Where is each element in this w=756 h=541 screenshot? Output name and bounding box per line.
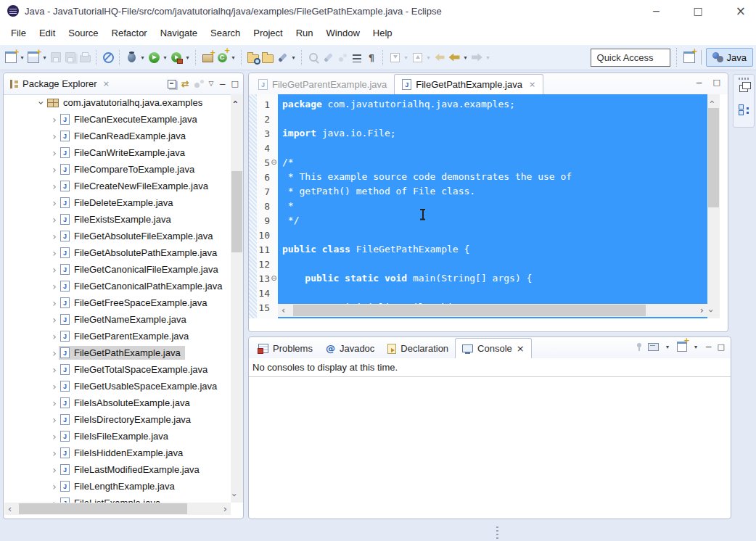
- search-button[interactable]: [306, 49, 321, 66]
- scroll-up-icon[interactable]: ›: [230, 100, 239, 104]
- close-icon[interactable]: ×: [517, 343, 525, 354]
- editor-tab-filegetpathexample[interactable]: FileGetPathExample.java ×: [394, 74, 543, 94]
- debug-button[interactable]: [124, 49, 139, 66]
- chevron-collapsed-icon[interactable]: ›: [50, 447, 59, 459]
- tree-item-file[interactable]: ›FileGetCanonicalPathExample.java: [4, 278, 232, 294]
- format-dropdown[interactable]: ▾: [289, 54, 297, 61]
- menu-project[interactable]: Project: [247, 22, 289, 45]
- back-dropdown[interactable]: ▾: [461, 54, 469, 61]
- format-button[interactable]: [275, 49, 289, 66]
- scrollbar-thumb[interactable]: [231, 171, 242, 252]
- chevron-collapsed-icon[interactable]: ›: [50, 497, 59, 503]
- run-dropdown[interactable]: ▾: [161, 54, 169, 61]
- tree-item-file[interactable]: ›FileGetTotalSpaceExample.java: [4, 361, 232, 378]
- previous-annotation-dropdown[interactable]: ▾: [424, 54, 432, 61]
- tree-item-package[interactable]: › com.javatutorialhq.java.examples: [4, 94, 232, 111]
- tree-item-file[interactable]: ›FileIsAbsoluteExample.java: [4, 395, 232, 411]
- tree-item-file[interactable]: ›FileGetUsableSpaceExample.java: [4, 378, 232, 395]
- chevron-collapsed-icon[interactable]: ›: [50, 347, 59, 359]
- chevron-collapsed-icon[interactable]: ›: [50, 364, 59, 376]
- drag-handle-icon[interactable]: [739, 78, 750, 80]
- open-console-button[interactable]: [677, 342, 687, 352]
- new-java-class-button[interactable]: [215, 49, 229, 66]
- tree-item-file[interactable]: ›FileIsDirectoryExample.java: [4, 411, 232, 428]
- next-annotation-dropdown[interactable]: ▾: [402, 54, 410, 61]
- chevron-collapsed-icon[interactable]: ›: [50, 264, 59, 276]
- new-class-dropdown[interactable]: ▾: [229, 54, 237, 61]
- tree-item-file[interactable]: ›FileIsFileExample.java: [4, 428, 232, 445]
- scroll-left-icon[interactable]: ‹: [282, 305, 285, 315]
- chevron-collapsed-icon[interactable]: ›: [50, 281, 59, 292]
- chevron-collapsed-icon[interactable]: ›: [50, 231, 59, 242]
- chevron-collapsed-icon[interactable]: ›: [50, 381, 59, 392]
- tree-item-file[interactable]: ›FileListExample.java: [4, 495, 232, 503]
- chevron-collapsed-icon[interactable]: ›: [50, 181, 59, 192]
- tree-item-file[interactable]: ›FileLengthExample.java: [4, 478, 232, 495]
- editor-tab-filegetparentexample[interactable]: FileGetParentExample.java: [251, 75, 394, 94]
- chevron-collapsed-icon[interactable]: ›: [50, 297, 59, 309]
- scrollbar-thumb[interactable]: [293, 305, 646, 316]
- toggle-block-selection-button[interactable]: [350, 49, 364, 66]
- coverage-dropdown[interactable]: ▾: [184, 54, 192, 61]
- window-close-button[interactable]: ×: [736, 0, 746, 22]
- menu-run[interactable]: Run: [289, 22, 320, 45]
- chevron-collapsed-icon[interactable]: ›: [50, 197, 59, 209]
- tree-item-file[interactable]: ›FileGetFreeSpaceExample.java: [4, 294, 232, 311]
- print-button[interactable]: [78, 49, 92, 66]
- tree-item-file[interactable]: ›FileCanExecuteExample.java: [4, 111, 232, 128]
- display-console-dropdown[interactable]: ▾: [664, 344, 672, 350]
- restore-view-button[interactable]: [739, 85, 748, 92]
- tree-item-file[interactable]: ›FileCompareToExample.java: [4, 161, 232, 178]
- chevron-collapsed-icon[interactable]: ›: [50, 397, 59, 409]
- tree-item-file[interactable]: ›FileGetNameExample.java: [4, 311, 232, 328]
- scroll-right-icon[interactable]: ›: [223, 504, 227, 513]
- maximize-view-button[interactable]: □: [713, 78, 720, 87]
- console-tab-javadoc[interactable]: @Javadoc: [319, 339, 381, 358]
- new-wizard-button[interactable]: [4, 49, 18, 66]
- pin-console-button[interactable]: [636, 343, 643, 351]
- menu-window[interactable]: Window: [320, 22, 366, 45]
- scrollbar-thumb[interactable]: [19, 503, 187, 514]
- console-tab-declaration[interactable]: Declaration: [381, 339, 455, 358]
- menu-search[interactable]: Search: [204, 22, 247, 45]
- code-lines[interactable]: package com.javatutorialhq.java.examples…: [278, 94, 707, 318]
- console-tab-problems[interactable]: Problems: [252, 339, 319, 358]
- open-console-dropdown[interactable]: ▾: [692, 344, 700, 350]
- last-edit-location-button[interactable]: [432, 49, 447, 66]
- tree-item-file[interactable]: ›FileGetCanonicalFileExample.java: [4, 261, 232, 278]
- tree-item-file[interactable]: ›FileLastModifiedExample.java: [4, 461, 232, 478]
- scroll-right-icon[interactable]: ›: [700, 305, 704, 315]
- scroll-down-icon[interactable]: ›: [230, 493, 239, 497]
- console-tab-console[interactable]: Console×: [455, 338, 532, 358]
- chevron-collapsed-icon[interactable]: ›: [50, 431, 59, 442]
- forward-button[interactable]: [469, 49, 484, 66]
- window-minimize-button[interactable]: −: [652, 0, 661, 22]
- focus-on-task-button[interactable]: [194, 80, 204, 88]
- tree-item-file[interactable]: ›FileCreateNewFileExample.java: [4, 178, 232, 194]
- tree-horizontal-scrollbar[interactable]: ‹ ›: [4, 503, 231, 515]
- save-button[interactable]: [49, 49, 63, 66]
- tree-item-file[interactable]: ›FileDeleteExample.java: [4, 194, 232, 211]
- scroll-left-icon[interactable]: ‹: [8, 504, 12, 513]
- outline-view-button[interactable]: [739, 104, 750, 115]
- tree-item-file[interactable]: ›FileCanReadExample.java: [4, 128, 232, 144]
- coverage-button[interactable]: [169, 49, 184, 66]
- maximize-view-button[interactable]: □: [231, 80, 239, 88]
- scroll-up-icon[interactable]: ›: [707, 100, 716, 104]
- back-button[interactable]: [447, 49, 461, 66]
- maximize-view-button[interactable]: □: [718, 343, 725, 351]
- chevron-collapsed-icon[interactable]: ›: [50, 464, 59, 476]
- team-button[interactable]: [335, 49, 350, 66]
- chevron-collapsed-icon[interactable]: ›: [50, 314, 59, 326]
- minimize-view-button[interactable]: −: [696, 78, 703, 87]
- view-menu-button[interactable]: ▽: [209, 80, 214, 87]
- chevron-collapsed-icon[interactable]: ›: [50, 164, 59, 175]
- next-annotation-button[interactable]: [387, 49, 402, 66]
- menu-help[interactable]: Help: [366, 22, 399, 45]
- menu-navigate[interactable]: Navigate: [154, 22, 204, 45]
- save-all-button[interactable]: [63, 49, 78, 66]
- chevron-collapsed-icon[interactable]: ›: [50, 414, 59, 426]
- display-selected-console-button[interactable]: [648, 343, 659, 351]
- fold-collapse-icon[interactable]: ⊖: [270, 159, 278, 166]
- chevron-collapsed-icon[interactable]: ›: [50, 114, 59, 125]
